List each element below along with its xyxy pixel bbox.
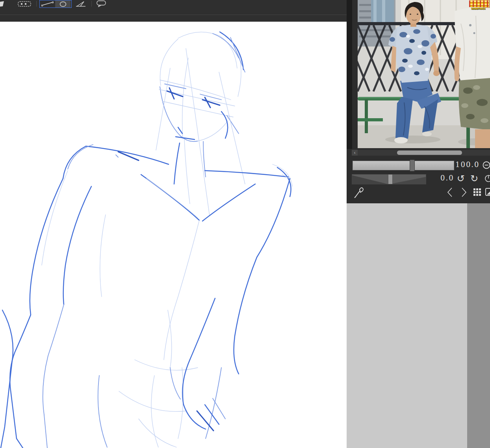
- eyedropper-icon[interactable]: [353, 186, 365, 200]
- fill-tool-icon[interactable]: [0, 0, 6, 7]
- watermark-pixel-art: [469, 0, 489, 7]
- tool-property-toolbar: [0, 0, 347, 8]
- next-image-icon[interactable]: [460, 187, 468, 199]
- reference-photo[interactable]: SOUNDTRACK: [358, 0, 490, 148]
- rotate-ccw-icon[interactable]: ↺: [457, 173, 465, 184]
- top-toolbar-bar: [0, 0, 347, 22]
- balloon-tool-icon[interactable]: [96, 0, 108, 7]
- previous-image-icon[interactable]: [446, 187, 454, 199]
- subview-left-edge: [347, 0, 352, 149]
- fit-view-icon[interactable]: [485, 188, 490, 199]
- app-window: SOUNDTRACK ‹ 100.0 0.0 ↺: [0, 0, 490, 448]
- horizontal-scrollbar[interactable]: [358, 150, 490, 156]
- scrollbar-thumb[interactable]: [397, 151, 462, 155]
- rotation-slider[interactable]: [352, 174, 426, 184]
- reference-photo-graphic: [358, 0, 490, 148]
- watermark-text: SOUNDTRACK: [467, 7, 490, 10]
- frame-border-tool-icon[interactable]: [17, 0, 32, 7]
- zoom-slider[interactable]: [353, 161, 454, 170]
- zoom-out-icon[interactable]: [482, 160, 490, 172]
- selected-tool-group: [39, 0, 72, 8]
- rotation-slider-handle[interactable]: [388, 174, 393, 184]
- toolbar-separator: [91, 1, 92, 7]
- ellipse-tool-icon[interactable]: [55, 0, 71, 7]
- drawing-canvas[interactable]: [0, 22, 347, 448]
- zoom-slider-handle[interactable]: [410, 160, 415, 171]
- toolbar-separator: [36, 1, 37, 7]
- dock-edge-strip: [467, 203, 490, 448]
- thumbnail-grid-icon[interactable]: [473, 188, 482, 199]
- toolbar-groove-line: [0, 15, 347, 15]
- line-tool-icon[interactable]: [40, 0, 55, 7]
- rotate-cw-icon[interactable]: ↻: [470, 173, 478, 184]
- subview-panel: SOUNDTRACK ‹ 100.0 0.0 ↺: [347, 0, 490, 203]
- scroll-left-button[interactable]: ‹: [352, 150, 358, 156]
- reset-rotation-icon[interactable]: [484, 173, 490, 185]
- dock-empty-area: [347, 203, 467, 448]
- perspective-ruler-tool-icon[interactable]: [73, 0, 88, 7]
- rotation-value: 0.0: [440, 174, 454, 182]
- figure-sketch: [0, 22, 347, 448]
- watermark-logo: SOUNDTRACK: [467, 0, 490, 12]
